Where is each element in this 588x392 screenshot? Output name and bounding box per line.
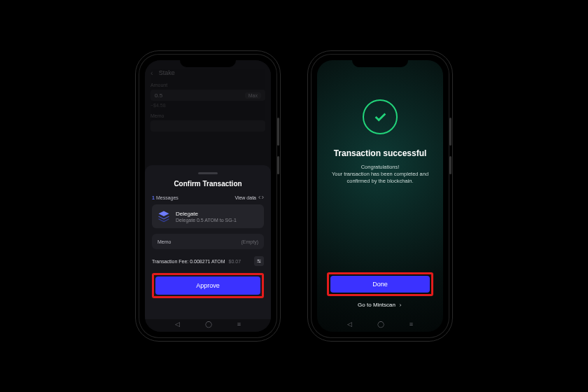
memo-input[interactable] [150,120,265,132]
nav-back-icon[interactable]: ◁ [347,321,352,328]
highlight-box: Approve [152,273,264,298]
amount-input[interactable]: 0.5 Max [150,90,265,101]
back-icon[interactable]: ‹ [150,69,153,77]
notch-icon [352,60,408,67]
power-button-icon [277,118,279,146]
page-title: Stake [159,69,175,76]
memo-row[interactable]: Memo (Empty) [152,234,264,249]
volume-button-icon [277,156,279,174]
sheet-grabber-icon[interactable] [198,172,218,174]
highlight-box: Done [327,272,433,296]
messages-count: 1Messages [152,195,178,200]
fee-settings-button[interactable] [254,256,264,266]
notch-icon [180,60,236,67]
amount-usd: ~$4.58 [150,103,265,108]
sheet-title: Confirm Transaction [152,180,264,188]
nav-recent-icon[interactable]: ≡ [410,321,413,328]
success-title: Transaction successful [334,148,427,158]
volume-button-icon [449,156,451,174]
svg-point-0 [258,260,258,260]
android-nav-bar: ◁ ◯ ≡ [145,321,271,328]
amount-label: Amount [150,83,265,88]
fee-usd: $0.07 [229,259,241,264]
memo-row-value: (Empty) [241,239,259,244]
delegate-message-card[interactable]: Delegate Delegate 0.5 ATOM to SG-1 [152,204,264,228]
svg-point-1 [259,262,260,262]
confirm-transaction-sheet: Confirm Transaction 1Messages View data [145,165,271,319]
success-body: Congratulations! Your transaction has be… [327,164,433,185]
nav-recent-icon[interactable]: ≡ [237,321,241,328]
android-nav-bar: ◁ ◯ ≡ [317,321,443,328]
sliders-icon [256,258,262,264]
delegate-icon [158,210,170,223]
approve-button[interactable]: Approve [155,276,260,295]
fee-label: Transaction Fee: [152,259,188,264]
fee-amount: 0.008271 ATOM [190,259,225,264]
delegate-title: Delegate [176,211,237,217]
view-data-link[interactable]: View data [234,195,264,200]
memo-label: Memo [150,113,265,118]
delegate-subtitle: Delegate 0.5 ATOM to SG-1 [176,218,237,223]
memo-row-label: Memo [158,239,171,244]
stake-form-background: ‹ Stake Amount 0.5 Max ~$4.58 Memo [150,69,265,132]
chevron-right-icon [398,303,402,307]
power-button-icon [449,118,451,146]
nav-home-icon[interactable]: ◯ [205,321,212,328]
phone-confirm-transaction: ‹ Stake Amount 0.5 Max ~$4.58 Memo [139,55,276,337]
phone-transaction-success: Transaction successful Congratulations! … [312,55,449,337]
nav-home-icon[interactable]: ◯ [377,321,384,328]
code-icon [258,195,264,200]
done-button[interactable]: Done [330,276,430,293]
nav-back-icon[interactable]: ◁ [175,321,180,328]
transaction-fee-row: Transaction Fee: 0.008271 ATOM $0.07 [152,256,264,266]
success-check-icon [363,99,398,134]
amount-value: 0.5 [155,92,162,99]
go-to-mintscan-link[interactable]: Go to Mintscan [358,302,402,308]
max-button[interactable]: Max [245,92,261,99]
